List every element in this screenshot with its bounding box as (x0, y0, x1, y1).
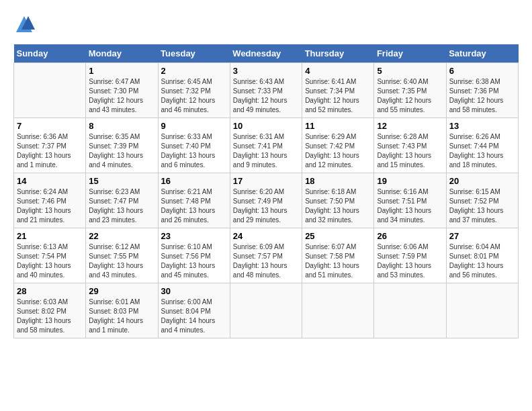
day-number: 7 (17, 121, 83, 131)
day-info: Sunrise: 6:16 AM Sunset: 7:51 PM Dayligh… (377, 187, 443, 225)
calendar-cell: 29Sunrise: 6:01 AM Sunset: 8:03 PM Dayli… (86, 283, 158, 338)
day-info: Sunrise: 6:03 AM Sunset: 8:02 PM Dayligh… (17, 298, 83, 335)
day-header-friday: Friday (374, 44, 446, 63)
day-info: Sunrise: 6:45 AM Sunset: 7:32 PM Dayligh… (161, 77, 227, 115)
day-header-thursday: Thursday (302, 44, 374, 63)
day-info: Sunrise: 6:47 AM Sunset: 7:30 PM Dayligh… (89, 77, 154, 115)
day-info: Sunrise: 6:33 AM Sunset: 7:40 PM Dayligh… (161, 132, 227, 170)
day-number: 10 (233, 121, 299, 131)
calendar-cell: 28Sunrise: 6:03 AM Sunset: 8:02 PM Dayli… (14, 283, 86, 338)
day-number: 17 (233, 176, 299, 186)
calendar-cell: 30Sunrise: 6:00 AM Sunset: 8:04 PM Dayli… (158, 283, 230, 338)
calendar-cell: 13Sunrise: 6:26 AM Sunset: 7:44 PM Dayli… (446, 118, 518, 173)
logo-icon (13, 13, 35, 38)
calendar-cell: 1Sunrise: 6:47 AM Sunset: 7:30 PM Daylig… (86, 63, 158, 118)
day-number: 1 (89, 66, 154, 76)
day-number: 30 (161, 286, 227, 296)
calendar-cell: 5Sunrise: 6:40 AM Sunset: 7:35 PM Daylig… (374, 63, 446, 118)
calendar-cell (302, 283, 374, 338)
day-number: 29 (89, 286, 154, 296)
day-header-sunday: Sunday (14, 44, 86, 63)
day-number: 27 (449, 231, 515, 241)
day-header-monday: Monday (86, 44, 158, 63)
calendar-cell: 7Sunrise: 6:36 AM Sunset: 7:37 PM Daylig… (14, 118, 86, 173)
week-row-3: 14Sunrise: 6:24 AM Sunset: 7:46 PM Dayli… (14, 173, 519, 228)
calendar-cell: 15Sunrise: 6:23 AM Sunset: 7:47 PM Dayli… (86, 173, 158, 228)
calendar-cell: 23Sunrise: 6:10 AM Sunset: 7:56 PM Dayli… (158, 228, 230, 283)
calendar-cell: 25Sunrise: 6:07 AM Sunset: 7:58 PM Dayli… (302, 228, 374, 283)
day-info: Sunrise: 6:20 AM Sunset: 7:49 PM Dayligh… (233, 187, 299, 225)
calendar-cell: 12Sunrise: 6:28 AM Sunset: 7:43 PM Dayli… (374, 118, 446, 173)
header (13, 13, 519, 38)
calendar-cell: 9Sunrise: 6:33 AM Sunset: 7:40 PM Daylig… (158, 118, 230, 173)
header-row: SundayMondayTuesdayWednesdayThursdayFrid… (14, 44, 519, 63)
calendar-cell: 27Sunrise: 6:04 AM Sunset: 8:01 PM Dayli… (446, 228, 518, 283)
calendar-cell: 10Sunrise: 6:31 AM Sunset: 7:41 PM Dayli… (230, 118, 302, 173)
calendar-cell (446, 283, 518, 338)
day-info: Sunrise: 6:18 AM Sunset: 7:50 PM Dayligh… (305, 187, 371, 225)
day-info: Sunrise: 6:28 AM Sunset: 7:43 PM Dayligh… (377, 132, 443, 170)
day-number: 9 (161, 121, 227, 131)
day-info: Sunrise: 6:00 AM Sunset: 8:04 PM Dayligh… (161, 298, 227, 335)
calendar-cell: 16Sunrise: 6:21 AM Sunset: 7:48 PM Dayli… (158, 173, 230, 228)
calendar-cell: 20Sunrise: 6:15 AM Sunset: 7:52 PM Dayli… (446, 173, 518, 228)
day-number: 25 (305, 231, 371, 241)
day-number: 16 (161, 176, 227, 186)
day-info: Sunrise: 6:21 AM Sunset: 7:48 PM Dayligh… (161, 187, 227, 225)
calendar-cell: 17Sunrise: 6:20 AM Sunset: 7:49 PM Dayli… (230, 173, 302, 228)
logo (13, 13, 38, 38)
day-info: Sunrise: 6:38 AM Sunset: 7:36 PM Dayligh… (449, 77, 515, 115)
day-number: 15 (89, 176, 154, 186)
day-number: 24 (233, 231, 299, 241)
calendar-cell: 18Sunrise: 6:18 AM Sunset: 7:50 PM Dayli… (302, 173, 374, 228)
day-info: Sunrise: 6:26 AM Sunset: 7:44 PM Dayligh… (449, 132, 515, 170)
day-number: 23 (161, 231, 227, 241)
day-info: Sunrise: 6:15 AM Sunset: 7:52 PM Dayligh… (449, 187, 515, 225)
day-number: 18 (305, 176, 371, 186)
calendar-cell: 14Sunrise: 6:24 AM Sunset: 7:46 PM Dayli… (14, 173, 86, 228)
day-number: 12 (377, 121, 443, 131)
calendar-cell: 6Sunrise: 6:38 AM Sunset: 7:36 PM Daylig… (446, 63, 518, 118)
day-number: 8 (89, 121, 154, 131)
calendar-cell: 19Sunrise: 6:16 AM Sunset: 7:51 PM Dayli… (374, 173, 446, 228)
week-row-4: 21Sunrise: 6:13 AM Sunset: 7:54 PM Dayli… (14, 228, 519, 283)
day-number: 6 (449, 66, 515, 76)
day-info: Sunrise: 6:36 AM Sunset: 7:37 PM Dayligh… (17, 132, 83, 170)
day-info: Sunrise: 6:06 AM Sunset: 7:59 PM Dayligh… (377, 242, 443, 280)
calendar-table: SundayMondayTuesdayWednesdayThursdayFrid… (13, 44, 519, 338)
day-info: Sunrise: 6:04 AM Sunset: 8:01 PM Dayligh… (449, 242, 515, 280)
calendar-cell: 3Sunrise: 6:43 AM Sunset: 7:33 PM Daylig… (230, 63, 302, 118)
day-header-saturday: Saturday (446, 44, 518, 63)
day-info: Sunrise: 6:43 AM Sunset: 7:33 PM Dayligh… (233, 77, 299, 115)
day-info: Sunrise: 6:13 AM Sunset: 7:54 PM Dayligh… (17, 242, 83, 280)
day-info: Sunrise: 6:07 AM Sunset: 7:58 PM Dayligh… (305, 242, 371, 280)
day-number: 20 (449, 176, 515, 186)
calendar-cell: 8Sunrise: 6:35 AM Sunset: 7:39 PM Daylig… (86, 118, 158, 173)
calendar-cell (230, 283, 302, 338)
calendar-cell (14, 63, 86, 118)
day-number: 14 (17, 176, 83, 186)
day-number: 4 (305, 66, 371, 76)
day-info: Sunrise: 6:29 AM Sunset: 7:42 PM Dayligh… (305, 132, 371, 170)
day-info: Sunrise: 6:31 AM Sunset: 7:41 PM Dayligh… (233, 132, 299, 170)
calendar-cell: 11Sunrise: 6:29 AM Sunset: 7:42 PM Dayli… (302, 118, 374, 173)
calendar-cell: 22Sunrise: 6:12 AM Sunset: 7:55 PM Dayli… (86, 228, 158, 283)
day-info: Sunrise: 6:12 AM Sunset: 7:55 PM Dayligh… (89, 242, 154, 280)
calendar-cell: 4Sunrise: 6:41 AM Sunset: 7:34 PM Daylig… (302, 63, 374, 118)
day-number: 22 (89, 231, 154, 241)
day-number: 21 (17, 231, 83, 241)
calendar-cell (374, 283, 446, 338)
day-number: 19 (377, 176, 443, 186)
week-row-2: 7Sunrise: 6:36 AM Sunset: 7:37 PM Daylig… (14, 118, 519, 173)
day-number: 5 (377, 66, 443, 76)
day-number: 3 (233, 66, 299, 76)
calendar-cell: 21Sunrise: 6:13 AM Sunset: 7:54 PM Dayli… (14, 228, 86, 283)
calendar-cell: 26Sunrise: 6:06 AM Sunset: 7:59 PM Dayli… (374, 228, 446, 283)
day-info: Sunrise: 6:40 AM Sunset: 7:35 PM Dayligh… (377, 77, 443, 115)
day-header-tuesday: Tuesday (158, 44, 230, 63)
day-info: Sunrise: 6:23 AM Sunset: 7:47 PM Dayligh… (89, 187, 154, 225)
calendar-cell: 2Sunrise: 6:45 AM Sunset: 7:32 PM Daylig… (158, 63, 230, 118)
day-info: Sunrise: 6:01 AM Sunset: 8:03 PM Dayligh… (89, 298, 154, 335)
day-info: Sunrise: 6:41 AM Sunset: 7:34 PM Dayligh… (305, 77, 371, 115)
day-number: 28 (17, 286, 83, 296)
